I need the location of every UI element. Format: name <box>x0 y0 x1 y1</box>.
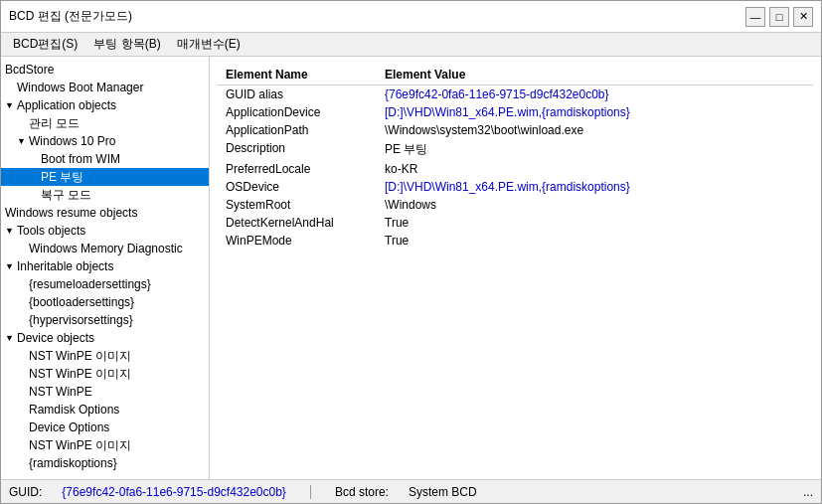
tree-tools-objects[interactable]: ▼ Tools objects <box>1 222 209 240</box>
status-dots: ... <box>803 485 813 499</box>
prop-value-cell: \Windows\system32\boot\winload.exe <box>377 121 813 139</box>
table-row: ApplicationPath\Windows\system32\boot\wi… <box>218 121 813 139</box>
status-bar: GUID: {76e9fc42-0fa6-11e6-9715-d9cf432e0… <box>1 479 821 503</box>
guid-value: {76e9fc42-0fa6-11e6-9715-d9cf432e0c0b} <box>62 485 286 499</box>
tree-hypervisorsettings[interactable]: {hypervisorsettings} <box>1 311 209 329</box>
tree-inheritable-objects-label: Inheritable objects <box>17 258 113 274</box>
prop-value-cell: \Windows <box>377 196 813 214</box>
prop-name-cell: OSDevice <box>218 178 377 196</box>
tree-tools-objects-label: Tools objects <box>17 223 85 239</box>
prop-name-cell: ApplicationDevice <box>218 103 377 121</box>
prop-name-cell: GUID alias <box>218 85 377 104</box>
tree-win10pro[interactable]: ▼ Windows 10 Pro <box>1 132 209 150</box>
prop-value-cell: PE 부팅 <box>377 139 813 160</box>
tree-gwan-li[interactable]: 관리 모드 <box>1 114 209 132</box>
tree-windows-memory-diagnostic[interactable]: Windows Memory Diagnostic <box>1 240 209 257</box>
menu-param[interactable]: 매개변수(E) <box>169 34 248 55</box>
title-bar: BCD 편집 (전문가모드) — □ ✕ <box>1 1 821 33</box>
tree-device-objects-label: Device objects <box>17 330 94 346</box>
table-row: DescriptionPE 부팅 <box>218 139 813 160</box>
table-row: SystemRoot\Windows <box>218 196 813 214</box>
tree-inheritable-objects[interactable]: ▼ Inheritable objects <box>1 257 209 275</box>
menu-boot[interactable]: 부팅 항목(B) <box>85 34 168 55</box>
bcd-label: Bcd store: <box>335 485 389 499</box>
table-row: ApplicationDevice[D:]\VHD\Win81_x64.PE.w… <box>218 103 813 121</box>
tree-bootloadersettings[interactable]: {bootloadersettings} <box>1 293 209 311</box>
prop-value-cell: True <box>377 232 813 250</box>
tree-nst-winpe-imiji2[interactable]: NST WinPE 이미지 <box>1 365 209 383</box>
tree-device-options[interactable]: Device Options <box>1 419 209 436</box>
maximize-button[interactable]: □ <box>769 7 789 27</box>
tree-nst-winpe-imiji1[interactable]: NST WinPE 이미지 <box>1 347 209 365</box>
prop-value-cell: {76e9fc42-0fa6-11e6-9715-d9cf432e0c0b} <box>377 85 813 104</box>
properties-table: Element Name Element Value GUID alias{76… <box>218 65 813 250</box>
guid-label: GUID: <box>9 485 42 499</box>
right-properties-panel: Element Name Element Value GUID alias{76… <box>210 57 821 479</box>
main-content: BcdStore Windows Boot Manager ▼ Applicat… <box>1 57 821 479</box>
tree-resumeloadersettings[interactable]: {resumeloadersettings} <box>1 275 209 293</box>
expand-device-icon: ▼ <box>5 330 15 346</box>
tree-windows-boot-manager[interactable]: Windows Boot Manager <box>1 79 209 96</box>
tree-win10pro-label: Windows 10 Pro <box>29 133 115 149</box>
tree-boggu-mode[interactable]: 복구 모드 <box>1 186 209 204</box>
prop-value-cell: True <box>377 214 813 232</box>
tree-device-objects[interactable]: ▼ Device objects <box>1 329 209 347</box>
menu-bcd[interactable]: BCD편집(S) <box>5 34 85 55</box>
close-button[interactable]: ✕ <box>793 7 813 27</box>
prop-value-cell: [D:]\VHD\Win81_x64.PE.wim,{ramdiskoption… <box>377 103 813 121</box>
tree-nst-winpe-imiji3[interactable]: NST WinPE 이미지 <box>1 436 209 454</box>
expand-inheritable-icon: ▼ <box>5 258 15 274</box>
table-row: PreferredLocaleko-KR <box>218 160 813 178</box>
bcd-value: System BCD <box>409 485 477 499</box>
tree-application-objects-label: Application objects <box>17 97 116 113</box>
prop-value-cell: ko-KR <box>377 160 813 178</box>
tree-boot-from-wim[interactable]: Boot from WIM <box>1 150 209 168</box>
table-row: DetectKernelAndHalTrue <box>218 214 813 232</box>
window-title: BCD 편집 (전문가모드) <box>9 8 132 25</box>
prop-name-cell: SystemRoot <box>218 196 377 214</box>
menu-bar: BCD편집(S) 부팅 항목(B) 매개변수(E) <box>1 33 821 57</box>
left-tree-panel: BcdStore Windows Boot Manager ▼ Applicat… <box>1 57 210 479</box>
col-element-value: Element Value <box>377 65 813 85</box>
expand-application-icon: ▼ <box>5 97 15 113</box>
prop-value-cell: [D:]\VHD\Win81_x64.PE.wim,{ramdiskoption… <box>377 178 813 196</box>
table-row: OSDevice[D:]\VHD\Win81_x64.PE.wim,{ramdi… <box>218 178 813 196</box>
tree-bcdstore[interactable]: BcdStore <box>1 61 209 79</box>
table-row: WinPEModeTrue <box>218 232 813 250</box>
expand-tools-icon: ▼ <box>5 223 15 239</box>
prop-name-cell: WinPEMode <box>218 232 377 250</box>
main-window: BCD 편집 (전문가모드) — □ ✕ BCD편집(S) 부팅 항목(B) 매… <box>0 0 822 504</box>
status-divider <box>310 485 311 499</box>
expand-win10pro-icon: ▼ <box>17 133 27 149</box>
tree-nst-winpe[interactable]: NST WinPE <box>1 383 209 401</box>
tree-pe-booting[interactable]: PE 부팅 <box>1 168 209 186</box>
prop-name-cell: PreferredLocale <box>218 160 377 178</box>
title-buttons: — □ ✕ <box>745 7 813 27</box>
tree-ramdiskoptions[interactable]: {ramdiskoptions} <box>1 454 209 472</box>
tree-windows-resume-objects[interactable]: Windows resume objects <box>1 204 209 222</box>
prop-name-cell: ApplicationPath <box>218 121 377 139</box>
prop-name-cell: DetectKernelAndHal <box>218 214 377 232</box>
table-row: GUID alias{76e9fc42-0fa6-11e6-9715-d9cf4… <box>218 85 813 104</box>
prop-name-cell: Description <box>218 139 377 160</box>
col-element-name: Element Name <box>218 65 377 85</box>
minimize-button[interactable]: — <box>745 7 765 27</box>
tree-ramdisk-options[interactable]: Ramdisk Options <box>1 401 209 419</box>
tree-application-objects[interactable]: ▼ Application objects <box>1 96 209 114</box>
